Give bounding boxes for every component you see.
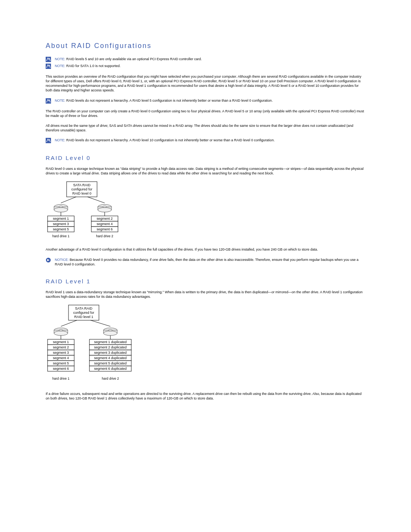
note-body: RAID for SATA 1.0 is not supported. (66, 64, 121, 68)
svg-text:segment 5 duplicated: segment 5 duplicated (94, 361, 127, 365)
note-label: NOTE: (55, 64, 66, 68)
svg-point-12 (54, 208, 68, 212)
paragraph-controller: The RAID controller on your computer can… (46, 109, 365, 118)
svg-text:segment 3 duplicated: segment 3 duplicated (94, 351, 127, 355)
svg-text:segment 2: segment 2 (53, 345, 69, 349)
note-label: NOTE: (55, 99, 66, 102)
svg-point-44 (59, 329, 63, 331)
svg-point-48 (108, 329, 112, 331)
svg-text:segment 3: segment 3 (53, 351, 69, 355)
svg-line-9 (88, 197, 105, 203)
note-body: RAID levels do not represent a hierarchy… (66, 138, 275, 142)
note-row: NOTE: RAID levels 5 and 10 are only avai… (46, 57, 365, 62)
paragraph-drives: All drives must be the same type of driv… (46, 123, 365, 133)
svg-point-13 (59, 206, 63, 208)
note-row: NOTE: RAID levels do not represent a hie… (46, 98, 365, 104)
paragraph-r1-1: RAID level 1 uses a data-redundancy stor… (46, 290, 365, 299)
svg-text:segment 1: segment 1 (53, 340, 69, 344)
page-title: About RAID Configurations (46, 42, 365, 50)
svg-rect-0 (46, 57, 51, 62)
svg-text:segment 6: segment 6 (97, 227, 113, 231)
note-text: NOTE: RAID levels 5 and 10 are only avai… (55, 57, 202, 61)
note-icon (46, 64, 51, 69)
svg-text:segment 4: segment 4 (97, 222, 113, 226)
raid0-diagram: SATA RAID configured for RAID level 0 (46, 181, 365, 242)
note-icon (46, 138, 51, 143)
svg-text:segment 1 duplicated: segment 1 duplicated (94, 340, 127, 344)
notice-row: NOTICE: Because RAID level 0 provides no… (46, 257, 365, 267)
svg-text:segment 4 duplicated: segment 4 duplicated (94, 356, 127, 360)
note-body: RAID levels do not represent a hierarchy… (66, 99, 273, 102)
note-text: NOTE: RAID levels do not represent a hie… (55, 138, 275, 142)
svg-text:hard drive 2: hard drive 2 (96, 234, 113, 238)
svg-text:RAID level 1: RAID level 1 (74, 315, 93, 319)
paragraph-r0-1: RAID level 0 uses a storage technique kn… (46, 166, 365, 176)
svg-text:hard drive 1: hard drive 1 (53, 377, 70, 380)
page-content: About RAID Configurations NOTE: RAID lev… (0, 0, 411, 429)
note-label: NOTE: (55, 138, 66, 142)
svg-point-16 (98, 208, 112, 212)
note-icon (46, 98, 51, 104)
svg-text:hard drive 2: hard drive 2 (102, 377, 119, 380)
svg-line-39 (61, 320, 77, 326)
paragraph-intro: This section provides an overview of the… (46, 74, 365, 93)
heading-raid1: RAID Level 1 (46, 278, 365, 284)
note-row: NOTE: RAID levels do not represent a hie… (46, 138, 365, 143)
svg-text:segment 2 duplicated: segment 2 duplicated (94, 345, 127, 349)
svg-text:configured for: configured for (73, 311, 94, 315)
svg-rect-2 (46, 98, 51, 104)
note-icon (46, 57, 51, 62)
svg-line-8 (61, 197, 76, 203)
svg-point-17 (103, 206, 107, 208)
svg-text:segment 3: segment 3 (53, 222, 69, 226)
notice-text: NOTICE: Because RAID level 0 provides no… (55, 257, 365, 267)
svg-text:segment 5: segment 5 (53, 361, 69, 365)
svg-point-47 (104, 331, 117, 335)
raid1-diagram: SATA RAID configured for RAID level 1 (46, 304, 365, 386)
paragraph-r0-2: Another advantage of a RAID level 0 conf… (46, 247, 365, 252)
svg-text:configured for: configured for (71, 187, 92, 191)
note-body: RAID levels 5 and 10 are only available … (66, 57, 202, 61)
svg-text:segment 5: segment 5 (53, 227, 69, 231)
svg-text:SATA RAID: SATA RAID (75, 307, 92, 310)
svg-text:segment 6 duplicated: segment 6 duplicated (94, 367, 127, 371)
svg-text:segment 6: segment 6 (53, 367, 69, 371)
svg-text:RAID level 0: RAID level 0 (72, 192, 91, 195)
svg-text:SATA RAID: SATA RAID (73, 183, 91, 187)
note-text: NOTE: RAID for SATA 1.0 is not supported… (55, 64, 121, 68)
svg-text:segment 1: segment 1 (53, 217, 69, 220)
svg-rect-1 (46, 64, 51, 69)
notice-label: NOTICE: (55, 258, 70, 262)
svg-text:segment 4: segment 4 (53, 356, 69, 360)
note-row: NOTE: RAID for SATA 1.0 is not supported… (46, 64, 365, 69)
svg-point-43 (54, 331, 68, 335)
paragraph-r1-2: If a drive failure occurs, subsequent re… (46, 391, 365, 401)
svg-text:segment 2: segment 2 (97, 217, 113, 220)
note-text: NOTE: RAID levels do not represent a hie… (55, 98, 273, 103)
svg-rect-3 (46, 138, 51, 143)
svg-line-40 (91, 320, 110, 326)
notice-body: Because RAID level 0 provides no data re… (55, 258, 358, 266)
note-label: NOTE: (55, 57, 66, 61)
svg-text:hard drive 1: hard drive 1 (53, 234, 70, 238)
notice-icon (46, 257, 51, 263)
heading-raid0: RAID Level 0 (46, 155, 365, 161)
